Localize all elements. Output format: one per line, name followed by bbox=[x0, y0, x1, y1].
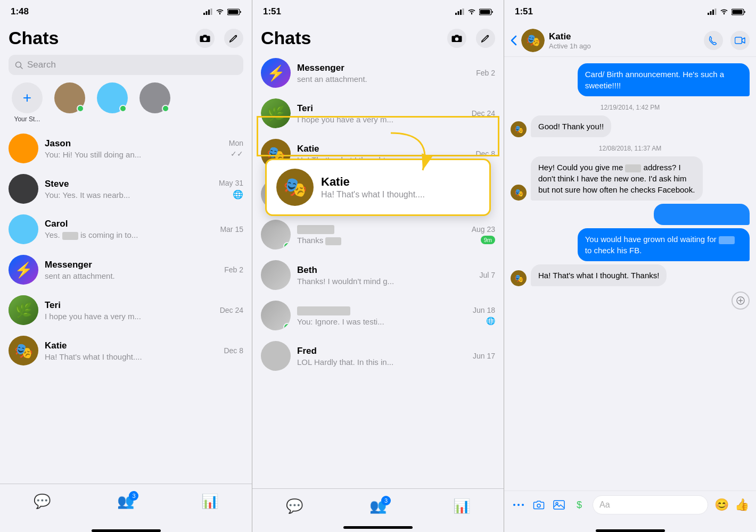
chat-item-jason[interactable]: Jason You: Hi! You still doing an... Mon… bbox=[0, 128, 252, 169]
svg-rect-20 bbox=[708, 13, 709, 15]
page-title-2: Chats bbox=[261, 28, 311, 48]
camera-button-2[interactable] bbox=[447, 29, 466, 48]
message-input[interactable]: Aa bbox=[593, 495, 708, 514]
home-indicator-2 bbox=[343, 526, 413, 529]
tab-people-1[interactable]: 👥 3 bbox=[117, 493, 134, 510]
msg-avatar-katie-2: 🎭 bbox=[511, 185, 527, 201]
camera-button-1[interactable] bbox=[195, 29, 215, 48]
chat-item-someone[interactable]: Thanks Aug 23 9m bbox=[252, 214, 504, 255]
chat-item-beth[interactable]: Beth Thanks! I wouldn't mind g... Jul 7 bbox=[252, 255, 504, 295]
chat-item-steve[interactable]: Steve You: Yes. It was nearb... May 31 🌐 bbox=[0, 169, 252, 209]
search-placeholder-1: Search bbox=[27, 60, 56, 70]
video-call-button[interactable] bbox=[730, 31, 750, 50]
chat-info-messenger-1: Messenger sent an attachment. bbox=[45, 260, 220, 280]
svg-point-30 bbox=[517, 504, 520, 506]
story-item-3[interactable] bbox=[136, 82, 174, 115]
chat-date-beth: Jul 7 bbox=[479, 271, 495, 279]
add-story-item[interactable]: + Your St... bbox=[9, 82, 46, 123]
more-options-button[interactable] bbox=[510, 496, 528, 514]
chat-list-1: Jason You: Hi! You still doing an... Mon… bbox=[0, 128, 252, 484]
chat-name-steve: Steve bbox=[45, 179, 215, 189]
chat-name-messenger-2: Messenger bbox=[297, 63, 472, 73]
chat-view-avatar[interactable]: 🎭 bbox=[521, 29, 545, 52]
chat-item-teri-1[interactable]: 🌿 Teri I hope you have a very m... Dec 2… bbox=[0, 290, 252, 330]
msg-row-1: Card/ Birth announcement. He's such a sw… bbox=[511, 63, 750, 96]
chat-item-teri-2[interactable]: 🌿 Teri I hope you have a very m... Dec 2… bbox=[252, 93, 504, 134]
msg-bubble-4 bbox=[654, 204, 750, 225]
chat-item-carol[interactable]: Carol Yes. is coming in to... Mar 15 bbox=[0, 209, 252, 250]
avatar-blurred2 bbox=[261, 301, 291, 330]
add-reaction-button[interactable] bbox=[732, 292, 750, 310]
chat-date-someone: Aug 23 bbox=[472, 225, 495, 234]
chat-item-messenger-1[interactable]: ⚡ Messenger sent an attachment. Feb 2 bbox=[0, 250, 252, 290]
avatar-beth bbox=[261, 260, 291, 290]
input-icons-left: $ bbox=[510, 496, 588, 514]
globe-icon-steve: 🌐 bbox=[233, 189, 243, 200]
chat-date-steve: May 31 bbox=[219, 179, 243, 187]
blurred-carol bbox=[62, 232, 78, 240]
tab-chats-1[interactable]: 💬 bbox=[34, 493, 51, 510]
chat-tab-icon-1: 💬 bbox=[34, 493, 51, 510]
video-icon bbox=[735, 36, 745, 45]
chat-view-name-block: Katie Active 1h ago bbox=[549, 31, 700, 50]
tab-discover-1[interactable]: 📊 bbox=[201, 493, 218, 510]
msg-avatar-katie-3: 🎭 bbox=[511, 270, 527, 286]
tab-people-2[interactable]: 👥 3 bbox=[369, 498, 387, 514]
chat-item-messenger-2[interactable]: ⚡ Messenger sent an attachment. Feb 2 bbox=[252, 53, 504, 93]
home-indicator-3 bbox=[596, 529, 665, 532]
status-bar-3: 1:51 bbox=[504, 0, 756, 23]
emoji-button[interactable]: 😊 bbox=[712, 496, 730, 514]
chat-preview-steve: You: Yes. It was nearb... bbox=[45, 190, 215, 200]
msg-timestamp-1: 12/19/2014, 1:42 PM bbox=[511, 104, 750, 111]
globe-icon-blurred2: 🌐 bbox=[486, 317, 495, 325]
phone-call-button[interactable] bbox=[704, 31, 723, 50]
bottom-tabs-1: 💬 👥 3 📊 bbox=[0, 484, 252, 527]
chat-preview-blurred2: You: Ignore. I was testi... bbox=[297, 317, 469, 326]
wifi-icon-2 bbox=[467, 9, 476, 15]
chat-name-katie-2: Katie bbox=[297, 144, 471, 154]
svg-rect-27 bbox=[735, 37, 742, 44]
checkmark-jason: ✓✓ bbox=[231, 149, 243, 158]
search-bar-1[interactable]: Search bbox=[9, 55, 243, 75]
edit-button-1[interactable] bbox=[224, 29, 243, 48]
svg-text:$: $ bbox=[577, 500, 582, 510]
chat-meta-katie-2: Dec 8 bbox=[475, 149, 495, 158]
tab-chats-2[interactable]: 💬 bbox=[286, 498, 303, 514]
story-item-2[interactable] bbox=[94, 82, 131, 115]
phone-icon bbox=[709, 36, 718, 45]
add-story-button[interactable]: + bbox=[12, 82, 43, 113]
avatar-messenger-2: ⚡ bbox=[261, 58, 291, 88]
back-button[interactable] bbox=[511, 35, 517, 46]
chat-item-fred[interactable]: Fred LOL Hardly that. In this in... Jun … bbox=[252, 336, 504, 376]
tab-discover-2[interactable]: 📊 bbox=[453, 498, 470, 514]
chat-date-carol: Mar 15 bbox=[220, 225, 243, 234]
messenger-logo-icon: ⚡ bbox=[14, 261, 33, 279]
chat-info-steve: Steve You: Yes. It was nearb... bbox=[45, 179, 215, 200]
chat-date-messenger-2: Feb 2 bbox=[476, 69, 495, 77]
chat-tab-icon-2: 💬 bbox=[286, 498, 303, 514]
home-indicator-1 bbox=[92, 529, 161, 532]
edit-icon bbox=[229, 34, 239, 43]
image-input-button[interactable] bbox=[550, 496, 568, 514]
chat-item-katie-1[interactable]: 🎭 Katie Ha! That's what I thought.... De… bbox=[0, 330, 252, 371]
camera-input-button[interactable] bbox=[530, 496, 548, 514]
svg-rect-12 bbox=[460, 10, 462, 15]
svg-point-24 bbox=[724, 13, 725, 14]
chat-name-jason: Jason bbox=[45, 138, 225, 149]
input-row: $ Aa 😊 👍 bbox=[510, 495, 751, 514]
input-icons-right: 😊 👍 bbox=[712, 496, 751, 514]
story-avatar-1 bbox=[54, 82, 85, 113]
input-bar: $ Aa 😊 👍 bbox=[504, 491, 756, 527]
chat-info-teri-2: Teri I hope you have a very m... bbox=[297, 103, 467, 124]
message-placeholder: Aa bbox=[599, 500, 610, 510]
story-item-1[interactable] bbox=[51, 82, 88, 115]
chat-date-katie-2: Dec 8 bbox=[475, 149, 495, 158]
avatar-teri-2: 🌿 bbox=[261, 98, 291, 128]
payment-input-button[interactable]: $ bbox=[570, 496, 588, 514]
edit-button-2[interactable] bbox=[476, 29, 495, 48]
thumbsup-button[interactable]: 👍 bbox=[733, 496, 751, 514]
svg-point-31 bbox=[522, 504, 524, 506]
chat-item-blurred2[interactable]: You: Ignore. I was testi... Jun 18 🌐 bbox=[252, 295, 504, 336]
svg-rect-0 bbox=[203, 13, 205, 15]
messages-area: Card/ Birth announcement. He's such a sw… bbox=[504, 57, 756, 491]
